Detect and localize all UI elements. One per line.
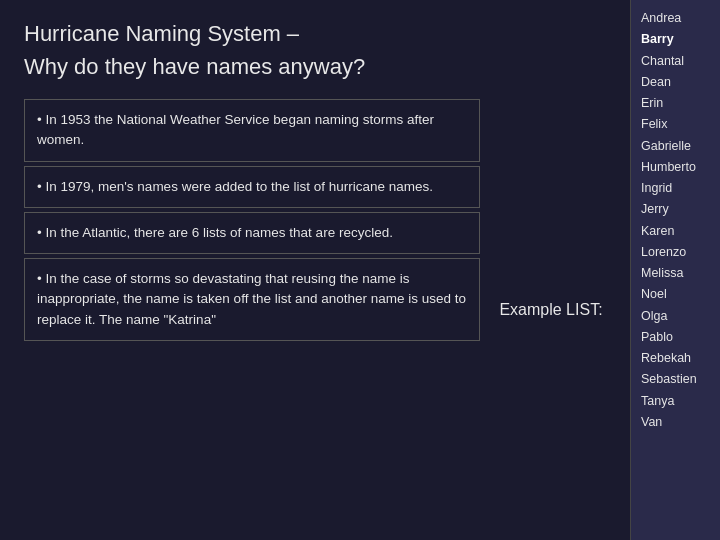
sidebar-name-item: Karen xyxy=(641,221,710,242)
sidebar-name-item: Andrea xyxy=(641,8,710,29)
example-box: Example LIST: xyxy=(496,99,606,520)
title-section: Hurricane Naming System – Why do they ha… xyxy=(24,20,606,81)
slide-title-line2: Why do they have names anyway? xyxy=(24,53,606,82)
sidebar-name-item: Dean xyxy=(641,72,710,93)
bullet-item: • In 1953 the National Weather Service b… xyxy=(24,99,480,162)
sidebar-name-item: Jerry xyxy=(641,199,710,220)
sidebar-name-item: Sebastien xyxy=(641,369,710,390)
sidebar-name-item: Lorenzo xyxy=(641,242,710,263)
sidebar-name-item: Gabrielle xyxy=(641,136,710,157)
sidebar: AndreaBarryChantalDeanErinFelixGabrielle… xyxy=(630,0,720,540)
sidebar-name-item: Tanya xyxy=(641,391,710,412)
main-content: Hurricane Naming System – Why do they ha… xyxy=(0,0,630,540)
bullet-section: • In 1953 the National Weather Service b… xyxy=(24,99,480,520)
sidebar-name-item: Barry xyxy=(641,29,710,50)
bullet-item: • In the case of storms so devastating t… xyxy=(24,258,480,341)
sidebar-name-item: Pablo xyxy=(641,327,710,348)
sidebar-name-item: Humberto xyxy=(641,157,710,178)
sidebar-name-item: Ingrid xyxy=(641,178,710,199)
sidebar-name-item: Van xyxy=(641,412,710,433)
sidebar-name-item: Erin xyxy=(641,93,710,114)
sidebar-name-item: Rebekah xyxy=(641,348,710,369)
sidebar-name-item: Felix xyxy=(641,114,710,135)
sidebar-name-item: Chantal xyxy=(641,51,710,72)
content-area: • In 1953 the National Weather Service b… xyxy=(24,99,606,520)
slide-title-line1: Hurricane Naming System – xyxy=(24,20,606,49)
sidebar-name-item: Noel xyxy=(641,284,710,305)
bullet-item: • In 1979, men's names were added to the… xyxy=(24,166,480,208)
sidebar-name-item: Olga xyxy=(641,306,710,327)
example-label: Example LIST: xyxy=(499,301,602,319)
bullet-item: • In the Atlantic, there are 6 lists of … xyxy=(24,212,480,254)
sidebar-name-item: Melissa xyxy=(641,263,710,284)
